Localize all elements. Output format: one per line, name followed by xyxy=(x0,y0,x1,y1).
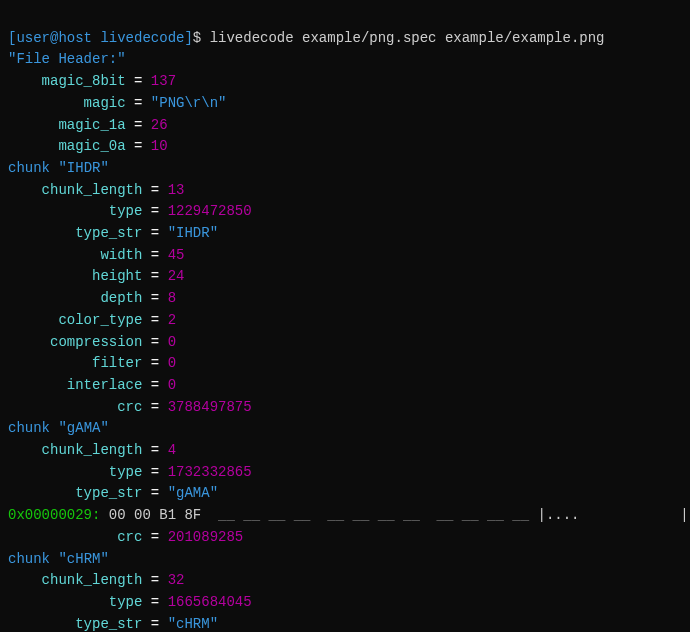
field-name: magic_0a xyxy=(8,138,126,154)
output-line: crc = 201089285 xyxy=(8,527,682,549)
field-value: "IHDR" xyxy=(168,225,218,241)
equals-sign: = xyxy=(142,377,167,393)
field-value: 26 xyxy=(151,117,168,133)
output-line: chunk "cHRM" xyxy=(8,549,682,571)
chunk-name: "cHRM" xyxy=(58,551,108,567)
field-value: 32 xyxy=(168,572,185,588)
field-name: type_str xyxy=(8,485,142,501)
equals-sign: = xyxy=(142,399,167,415)
command-text: livedecode example/png.spec example/exam… xyxy=(210,30,605,46)
field-name: chunk_length xyxy=(8,182,142,198)
output-line: chunk_length = 32 xyxy=(8,570,682,592)
hex-address: 0x00000029: xyxy=(8,507,100,523)
output-line: height = 24 xyxy=(8,266,682,288)
equals-sign: = xyxy=(126,138,151,154)
output-line: type = 1732332865 xyxy=(8,462,682,484)
field-name: type xyxy=(8,464,142,480)
output-line: type = 1665684045 xyxy=(8,592,682,614)
chunk-keyword: chunk xyxy=(8,160,50,176)
field-value: "PNG\r\n" xyxy=(151,95,227,111)
field-value: 13 xyxy=(168,182,185,198)
output-line: type_str = "IHDR" xyxy=(8,223,682,245)
equals-sign: = xyxy=(142,268,167,284)
field-name: type_str xyxy=(8,225,142,241)
field-value: 201089285 xyxy=(168,529,244,545)
equals-sign: = xyxy=(142,529,167,545)
equals-sign: = xyxy=(142,182,167,198)
output-line: interlace = 0 xyxy=(8,375,682,397)
output-line: depth = 8 xyxy=(8,288,682,310)
output-line: magic_8bit = 137 xyxy=(8,71,682,93)
section-header: "File Header:" xyxy=(8,51,126,67)
equals-sign: = xyxy=(142,616,167,632)
equals-sign: = xyxy=(142,290,167,306)
hex-ascii: |.... | xyxy=(537,507,688,523)
field-name: width xyxy=(8,247,142,263)
output-line: chunk "IHDR" xyxy=(8,158,682,180)
output-line: chunk_length = 4 xyxy=(8,440,682,462)
field-value: 4 xyxy=(168,442,176,458)
field-value: 0 xyxy=(168,377,176,393)
equals-sign: = xyxy=(126,117,151,133)
output-line: color_type = 2 xyxy=(8,310,682,332)
field-name: interlace xyxy=(8,377,142,393)
chunk-name: "IHDR" xyxy=(58,160,108,176)
chunk-keyword: chunk xyxy=(8,420,50,436)
field-name: crc xyxy=(8,399,142,415)
field-name: magic_8bit xyxy=(8,73,126,89)
output-line: type_str = "cHRM" xyxy=(8,614,682,632)
field-value: 24 xyxy=(168,268,185,284)
field-value: 8 xyxy=(168,290,176,306)
field-name: type xyxy=(8,594,142,610)
output-line: magic_0a = 10 xyxy=(8,136,682,158)
output-line: chunk "gAMA" xyxy=(8,418,682,440)
field-name: magic_1a xyxy=(8,117,126,133)
output-line: magic_1a = 26 xyxy=(8,115,682,137)
field-value: 2 xyxy=(168,312,176,328)
field-value: 1665684045 xyxy=(168,594,252,610)
field-name: compression xyxy=(8,334,142,350)
output-line: crc = 3788497875 xyxy=(8,397,682,419)
output-line: "File Header:" xyxy=(8,49,682,71)
equals-sign: = xyxy=(142,225,167,241)
output-line: type_str = "gAMA" xyxy=(8,483,682,505)
prompt-user-host: [user@host livedecode] xyxy=(8,30,193,46)
field-name: chunk_length xyxy=(8,572,142,588)
field-name: height xyxy=(8,268,142,284)
field-value: 137 xyxy=(151,73,176,89)
equals-sign: = xyxy=(142,247,167,263)
field-name: type_str xyxy=(8,616,142,632)
equals-sign: = xyxy=(142,594,167,610)
equals-sign: = xyxy=(142,203,167,219)
equals-sign: = xyxy=(142,442,167,458)
hex-bytes: 00 00 B1 8F __ __ __ __ __ __ __ __ __ _… xyxy=(100,507,537,523)
field-name: crc xyxy=(8,529,142,545)
field-name: filter xyxy=(8,355,142,371)
field-value: "gAMA" xyxy=(168,485,218,501)
field-name: color_type xyxy=(8,312,142,328)
prompt-dollar: $ xyxy=(193,30,201,46)
field-name: magic xyxy=(8,95,126,111)
equals-sign: = xyxy=(142,355,167,371)
field-name: type xyxy=(8,203,142,219)
output-line: 0x00000029: 00 00 B1 8F __ __ __ __ __ _… xyxy=(8,505,682,527)
output-line: width = 45 xyxy=(8,245,682,267)
field-value: 0 xyxy=(168,355,176,371)
field-name: chunk_length xyxy=(8,442,142,458)
field-value: 0 xyxy=(168,334,176,350)
field-name: depth xyxy=(8,290,142,306)
equals-sign: = xyxy=(142,464,167,480)
output-line: type = 1229472850 xyxy=(8,201,682,223)
chunk-keyword: chunk xyxy=(8,551,50,567)
equals-sign: = xyxy=(126,95,151,111)
prompt-line[interactable]: [user@host livedecode]$ livedecode examp… xyxy=(8,28,682,50)
chunk-name: "gAMA" xyxy=(58,420,108,436)
field-value: 45 xyxy=(168,247,185,263)
field-value: 1732332865 xyxy=(168,464,252,480)
equals-sign: = xyxy=(142,334,167,350)
equals-sign: = xyxy=(142,485,167,501)
equals-sign: = xyxy=(126,73,151,89)
field-value: "cHRM" xyxy=(168,616,218,632)
field-value: 3788497875 xyxy=(168,399,252,415)
field-value: 10 xyxy=(151,138,168,154)
